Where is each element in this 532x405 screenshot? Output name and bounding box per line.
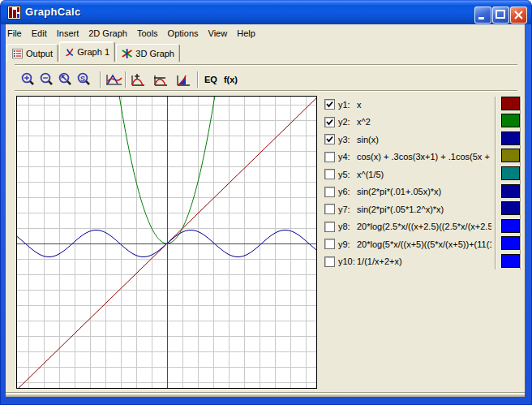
zoom-out-icon [39,71,55,88]
zoom-out-button[interactable] [39,71,55,88]
check-icon [325,100,334,109]
equation-button[interactable]: EQ [204,75,217,84]
zoom-in-icon [20,71,36,88]
equation-row: y10:1/(1/x+2+x) [324,253,491,271]
menu-insert[interactable]: Insert [52,27,84,40]
equation-checkbox[interactable] [324,222,335,232]
equation-name: y10: [338,256,357,266]
menu-help[interactable]: Help [232,27,260,40]
app-window: GraphCalc FileEditInsert2D GraphToolsOpt… [0,0,532,405]
equation-checkbox[interactable] [324,187,335,197]
app-icon [7,6,21,19]
equation-row: y4:cos(x) + .3cos(3x+1) + .1cos(5x + 8) [324,149,491,166]
equation-checkbox[interactable] [324,99,335,110]
equation-expression: sin(x) [357,135,491,144]
equation-row: y9:20*log(5*x/((x+5)((5*x/(x+5))+(11(10 [324,235,491,253]
graph1-icon [65,46,74,58]
equation-row: y7:sin(2*pi*(.05*1.2^x)*x) [324,200,491,218]
equation-expression: x [357,100,491,110]
equation-row: y3:sin(x) [324,131,491,149]
equation-name: y5: [338,170,357,179]
equation-expression: 1/(1/x+2+x) [357,256,491,266]
toolbar-separator [100,71,101,88]
zoom-previous-button[interactable] [58,71,74,88]
tab-label: Output [26,49,53,58]
check-icon [325,135,334,144]
toolbar: S [20,69,244,90]
tangent-line-button[interactable] [152,71,169,88]
equation-row: y6:sin(2*pi*(.01+.05x)*x) [324,183,491,201]
close-icon [511,7,526,23]
menu-bar: FileEditInsert2D GraphToolsOptionsViewHe… [6,25,260,41]
close-button[interactable] [510,6,527,24]
equation-expression: 20*log(5*x/((x+5)((5*x/(x+5))+(11(10 [357,239,491,249]
graph-canvas[interactable] [17,97,316,388]
equation-row: y2:x^2 [324,114,491,131]
equation-row: y8:20*log(2.5*x/((x+2.5)((2.5*x/(x+2.5)) [324,218,491,236]
equation-expression: x^(1/5) [357,170,491,179]
minimize-icon [475,7,491,23]
plot-area[interactable] [16,96,317,389]
equation-name: y2: [338,117,357,127]
equation-color-swatch[interactable] [501,97,520,110]
equation-name: y9: [338,239,357,249]
menu-view[interactable]: View [204,27,233,40]
equation-checkbox[interactable] [324,239,335,249]
equation-color-swatch[interactable] [501,254,520,268]
maximize-button[interactable] [492,6,509,24]
tab-3dgraph[interactable]: 3D Graph [116,44,180,62]
toolbar-separator [197,71,199,88]
zoom-previous-icon [58,71,74,88]
zoom-standard-button[interactable]: S [76,71,92,88]
equation-color-swatch[interactable] [501,149,520,162]
equation-color-swatch[interactable] [501,219,520,233]
tab-label: Graph 1 [77,47,109,57]
equation-color-swatch[interactable] [501,184,520,198]
menu-file[interactable]: File [6,27,27,40]
zoom-standard-icon: S [76,71,92,88]
equation-name: y8: [338,222,357,231]
equation-color-swatch[interactable] [501,131,520,145]
window-title: GraphCalc [25,6,80,18]
equation-name: y4: [338,152,357,162]
equation-color-swatch[interactable] [501,166,520,180]
equation-checkbox[interactable] [324,204,335,214]
equation-name: y3: [338,135,357,144]
zoom-in-button[interactable] [20,71,36,88]
menu-edit[interactable]: Edit [27,27,52,40]
equation-color-swatch[interactable] [501,236,520,250]
find-extrema-button[interactable] [130,71,146,88]
fx-button[interactable]: f(x) [224,75,238,84]
equation-checkbox[interactable] [324,152,335,162]
equation-expression: 20*log(2.5*x/((x+2.5)((2.5*x/(x+2.5)) [357,222,491,231]
integrate-button[interactable] [175,71,191,88]
output-icon [12,48,23,59]
threed-graph-icon [122,48,132,59]
check-icon [325,118,334,127]
tab-graph1[interactable]: Graph 1 [59,41,115,62]
trace-button[interactable] [105,71,123,88]
equation-color-swatch[interactable] [501,114,520,127]
equation-expression: cos(x) + .3cos(3x+1) + .1cos(5x + 8) [357,152,491,162]
equation-row: y5:x^(1/5) [324,166,491,183]
equation-checkbox[interactable] [324,134,335,144]
equation-expression: sin(2*pi*(.01+.05x)*x) [357,187,491,196]
title-bar[interactable]: GraphCalc [1,1,531,24]
equation-checkbox[interactable] [324,169,335,179]
minimize-button[interactable] [474,6,491,24]
equation-name: y6: [338,187,357,196]
menu-tools[interactable]: Tools [132,27,163,40]
equation-checkbox[interactable] [324,256,335,267]
tab-output[interactable]: Output [6,44,58,62]
menu-2d-graph[interactable]: 2D Graph [84,27,132,40]
equation-checkbox[interactable] [324,117,335,127]
trace-icon [105,71,123,88]
equation-color-swatch[interactable] [501,201,520,215]
svg-text:S: S [80,75,85,83]
equation-name: y1: [338,100,357,110]
equation-expression: x^2 [357,117,491,127]
maximize-icon [493,7,508,23]
tangent-line-icon [152,71,169,88]
menu-options[interactable]: Options [163,27,204,40]
integrate-icon [175,71,191,88]
